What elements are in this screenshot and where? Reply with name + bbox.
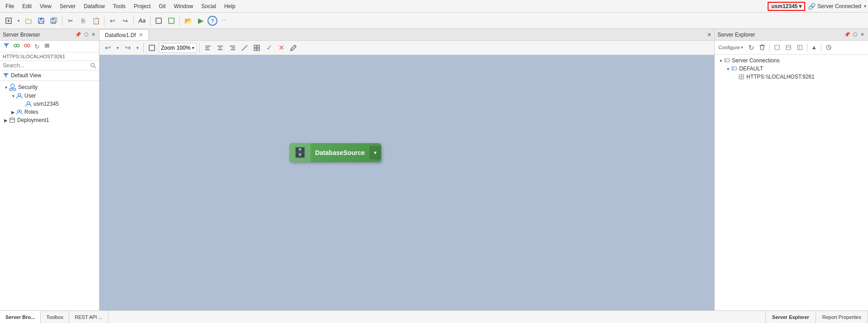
zoom-control: Zoom 100% ▾ (159, 43, 197, 53)
status-tab-server-browser[interactable]: Server Bro... (0, 311, 41, 323)
tree-item-user[interactable]: ▾ User (0, 92, 99, 100)
se-delete-btn[interactable] (757, 42, 767, 53)
redo-dropdown-btn[interactable]: ▾ (134, 42, 141, 53)
svg-rect-58 (732, 67, 736, 70)
run-btn[interactable]: ▶ (195, 15, 207, 27)
tab-close-icon[interactable]: ✕ (139, 32, 143, 38)
configure-dropdown-icon[interactable]: ▾ (741, 45, 743, 50)
copy-btn[interactable]: ⎘ (77, 15, 89, 27)
tree-item-roles[interactable]: ▶ Roles (0, 108, 99, 116)
open-btn[interactable] (23, 15, 34, 27)
usm12345-label: usm12345 (33, 101, 59, 107)
tab-panel-close-btn[interactable]: ✕ (704, 29, 714, 40)
menu-project[interactable]: Project (130, 2, 154, 10)
configure-btn[interactable]: Configure ▾ (717, 42, 745, 53)
expand-security-icon[interactable]: ▾ (3, 85, 9, 90)
tree-default[interactable]: ▾ DEFAULT (715, 65, 868, 73)
redo-btn[interactable]: ↪ (119, 15, 131, 27)
disconnect-btn[interactable] (23, 42, 32, 51)
menu-git[interactable]: Git (155, 2, 169, 10)
undo-canvas-btn[interactable]: ↩ (102, 42, 113, 53)
status-tab-toolbox[interactable]: Toolbox (41, 311, 69, 323)
expand-default-icon[interactable]: ▾ (725, 66, 731, 71)
tree-item-usm12345[interactable]: usm12345 (0, 100, 99, 108)
help-btn[interactable]: ? (208, 16, 217, 26)
expand-deployment-icon[interactable]: ▶ (3, 118, 9, 123)
expand-server-conn-icon[interactable]: ▾ (717, 58, 724, 63)
view-options-btn[interactable] (42, 42, 52, 51)
menu-dataflow[interactable]: Dataflow (80, 2, 108, 10)
tree-item-security[interactable]: ▾ Security (0, 83, 99, 92)
menu-view[interactable]: View (36, 2, 55, 10)
tree-item-deployment1[interactable]: ▶ Deployment1 (0, 116, 99, 124)
menu-server[interactable]: Server (56, 2, 79, 10)
float-btn[interactable]: ⬡ (83, 32, 90, 37)
new-dropdown-btn[interactable]: ▾ (15, 15, 22, 27)
se-pin-btn[interactable]: 📌 (843, 32, 851, 37)
redo-canvas-btn[interactable]: ↪ (122, 42, 133, 53)
stop-btn[interactable]: ✕ (276, 42, 287, 53)
tree-server-connections[interactable]: ▾ Server Connections (715, 56, 868, 65)
status-tab-server-explorer[interactable]: Server Explorer (766, 311, 816, 323)
menu-social[interactable]: Social (198, 2, 220, 10)
tree-localhost[interactable]: HTTPS:\\LOCALHOST:9261 (715, 73, 868, 81)
new-job-btn[interactable] (165, 15, 177, 27)
toolbar-expand-icon[interactable]: ▾ (864, 4, 866, 9)
status-tab-report-properties[interactable]: Report Properties (816, 311, 868, 323)
font-btn[interactable]: Aa (136, 15, 148, 27)
line-tool-btn[interactable] (239, 42, 250, 53)
grid-btn[interactable] (251, 42, 262, 53)
save-btn[interactable] (35, 15, 47, 27)
canvas-area[interactable]: 🗄️ DatabaseSource ▾ (99, 55, 714, 310)
status-tab-rest-api[interactable]: REST API ... (69, 311, 108, 323)
user-dropdown-icon[interactable]: ▾ (799, 3, 802, 9)
close-btn[interactable]: ✕ (90, 32, 96, 37)
zoom-dropdown-icon[interactable]: ▾ (192, 46, 194, 50)
open-file-btn[interactable]: 📂 (182, 15, 194, 27)
validate-btn[interactable]: ✓ (264, 42, 274, 53)
menu-help[interactable]: Help (221, 2, 239, 10)
menu-window[interactable]: Window (170, 2, 197, 10)
se-btn2[interactable] (783, 42, 793, 53)
align-center-btn[interactable] (215, 42, 226, 53)
se-btn1[interactable] (772, 42, 782, 53)
svg-rect-7 (52, 19, 54, 20)
se-refresh-btn[interactable]: ↻ (746, 42, 756, 53)
edit-btn[interactable] (288, 42, 299, 53)
new-btn[interactable] (3, 15, 14, 27)
user-badge[interactable]: usm12345 ▾ (768, 2, 805, 11)
more-btn[interactable]: ⋯ (218, 15, 230, 27)
se-close-btn[interactable]: ✕ (859, 32, 865, 37)
save-all-btn[interactable] (48, 15, 60, 27)
se-btn3[interactable] (795, 42, 805, 53)
filter-btn[interactable] (2, 42, 11, 51)
undo-dropdown-btn[interactable]: ▾ (114, 42, 121, 53)
menu-edit[interactable]: Edit (19, 2, 35, 10)
menu-tools[interactable]: Tools (109, 2, 129, 10)
svg-point-26 (18, 94, 21, 96)
pin-btn[interactable]: 📌 (74, 32, 82, 37)
database-source-node[interactable]: 🗄️ DatabaseSource ▾ (289, 143, 381, 162)
expand-roles-icon[interactable]: ▶ (10, 110, 16, 115)
paste-btn[interactable]: 📋 (90, 15, 102, 27)
node-dropdown-btn[interactable]: ▾ (369, 146, 381, 159)
new-dataflow-btn[interactable] (153, 15, 165, 27)
se-time-btn[interactable] (824, 42, 834, 53)
cut-btn[interactable]: ✂ (65, 15, 76, 27)
svg-point-22 (11, 84, 14, 88)
undo-btn[interactable]: ↩ (107, 15, 118, 27)
svg-rect-46 (257, 48, 259, 51)
tab-dataflow1[interactable]: Dataflow1.Df ✕ (99, 29, 149, 40)
connect-btn[interactable] (12, 42, 21, 51)
menu-file[interactable]: File (2, 2, 18, 10)
align-right-btn[interactable] (227, 42, 238, 53)
search-input[interactable] (3, 62, 90, 69)
refresh-btn[interactable]: ↻ (33, 42, 41, 51)
status-tab-server-browser-label: Server Bro... (5, 314, 35, 320)
expand-user-icon[interactable]: ▾ (10, 94, 16, 98)
deployment-icon (9, 117, 15, 123)
se-up-btn[interactable]: ▲ (810, 42, 819, 53)
align-left-btn[interactable] (203, 42, 213, 53)
select-btn[interactable] (146, 42, 157, 53)
se-float-btn[interactable]: ⬡ (852, 32, 859, 37)
